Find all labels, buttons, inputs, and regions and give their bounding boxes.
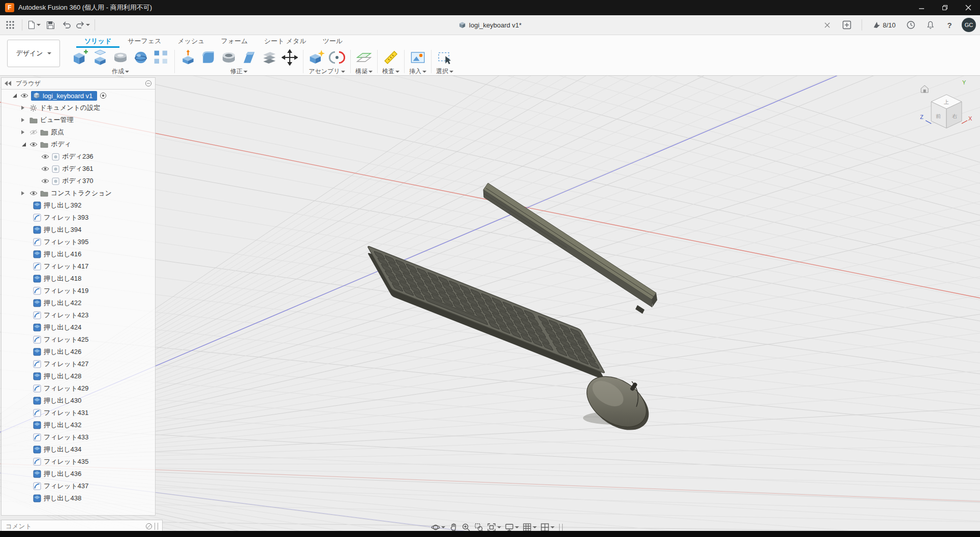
feature-row[interactable]: 押し出し436 <box>2 468 155 480</box>
joint-icon[interactable] <box>328 49 346 66</box>
modify-dropdown[interactable]: 修正 <box>230 67 248 76</box>
feature-row[interactable]: フィレット425 <box>2 334 155 346</box>
extrude-icon[interactable] <box>91 49 109 66</box>
feature-row[interactable]: 押し出し428 <box>2 370 155 382</box>
updates-clock-icon[interactable] <box>904 17 918 33</box>
visibility-eye-icon[interactable] <box>29 142 38 147</box>
drag-handle[interactable] <box>155 523 158 530</box>
ribbon-tab[interactable]: フォーム <box>213 35 256 48</box>
account-avatar[interactable]: GC <box>962 18 976 32</box>
feature-row[interactable]: 押し出し426 <box>2 346 155 358</box>
feature-row[interactable]: フィレット393 <box>2 212 155 224</box>
feature-row[interactable]: 押し出し432 <box>2 419 155 431</box>
new-tab-button[interactable] <box>840 17 854 33</box>
expander-expanded-icon[interactable] <box>21 142 27 146</box>
new-component-icon[interactable] <box>71 49 88 66</box>
visibility-eye-icon[interactable] <box>41 154 49 160</box>
visibility-off-eye-icon[interactable] <box>29 130 38 135</box>
inspect-dropdown[interactable]: 検査 <box>382 67 400 76</box>
browser-node-origin[interactable]: 原点 <box>2 126 155 138</box>
feature-row[interactable]: 押し出し424 <box>2 321 155 334</box>
feature-row[interactable]: フィレット433 <box>2 431 155 443</box>
visibility-eye-icon[interactable] <box>20 93 28 98</box>
expander-collapsed-icon[interactable] <box>21 191 27 195</box>
feature-row[interactable]: フィレット435 <box>2 456 155 468</box>
viewcube-home-icon[interactable] <box>921 85 928 93</box>
fillet-icon[interactable] <box>200 49 217 66</box>
feature-row[interactable]: 押し出し422 <box>2 297 155 309</box>
browser-root-row[interactable]: logi_keyboard v1 <box>2 90 155 102</box>
feature-row[interactable]: 押し出し416 <box>2 248 155 260</box>
selected-root-item[interactable]: logi_keyboard v1 <box>31 91 97 101</box>
visibility-eye-icon[interactable] <box>41 178 49 184</box>
construct-dropdown[interactable]: 構築 <box>355 67 373 76</box>
browser-node-bodies[interactable]: ボディ <box>2 138 155 151</box>
insert-canvas-icon[interactable] <box>409 49 426 66</box>
feature-row[interactable]: 押し出し392 <box>2 199 155 212</box>
feature-row[interactable]: フィレット419 <box>2 285 155 297</box>
browser-header[interactable]: ブラウザ <box>2 78 155 90</box>
sphere-icon[interactable] <box>132 49 149 66</box>
expander-collapsed-icon[interactable] <box>21 130 27 134</box>
insert-dropdown[interactable]: 挿入 <box>409 67 426 76</box>
help-button[interactable]: ? <box>942 17 957 33</box>
mouse-model[interactable] <box>577 366 658 440</box>
workspace-menu-button[interactable]: デザイン <box>7 40 60 67</box>
move-icon[interactable] <box>281 49 298 66</box>
construction-plane-icon[interactable] <box>355 49 373 66</box>
activate-radio-icon[interactable] <box>100 92 107 99</box>
feature-row[interactable]: 押し出し438 <box>2 492 155 504</box>
feature-row[interactable]: フィレット431 <box>2 407 155 419</box>
create-dropdown[interactable]: 作成 <box>112 67 129 76</box>
ribbon-tab[interactable]: シート メタル <box>256 35 315 48</box>
close-tab-icon[interactable] <box>820 17 835 33</box>
ribbon-tab[interactable]: ツール <box>315 35 351 48</box>
visibility-eye-icon[interactable] <box>41 166 49 172</box>
drag-handle[interactable] <box>559 524 563 531</box>
feature-row[interactable]: フィレット437 <box>2 480 155 492</box>
select-dropdown[interactable]: 選択 <box>436 67 453 76</box>
assemble-dropdown[interactable]: アセンブリ <box>309 67 345 76</box>
press-pull-icon[interactable] <box>179 49 197 66</box>
visibility-eye-icon[interactable] <box>29 191 38 196</box>
expander-collapsed-icon[interactable] <box>21 118 27 122</box>
selection-box-icon[interactable] <box>436 49 453 66</box>
job-status-button[interactable]: 8/10 <box>870 19 899 31</box>
notifications-bell-icon[interactable] <box>923 17 937 33</box>
measure-icon[interactable] <box>382 49 400 66</box>
ribbon-tab[interactable]: メッシュ <box>169 35 212 48</box>
ribbon-tab[interactable]: ソリッド <box>76 35 119 48</box>
shell-icon[interactable] <box>220 49 237 66</box>
close-button[interactable] <box>957 0 980 15</box>
document-tab[interactable]: logi_keyboard v1* <box>469 21 522 29</box>
body-row[interactable]: ボディ361 <box>2 163 155 175</box>
browser-node-views[interactable]: ビュー管理 <box>2 114 155 126</box>
restore-button[interactable] <box>933 0 957 15</box>
viewcube[interactable]: 上 前 右 Y X Z <box>920 79 972 128</box>
feature-row[interactable]: 押し出し434 <box>2 443 155 456</box>
panel-options-icon[interactable] <box>145 80 152 87</box>
feature-row[interactable]: フィレット429 <box>2 382 155 395</box>
browser-node-construction[interactable]: コンストラクション <box>2 187 155 199</box>
collapse-panel-icon[interactable] <box>5 81 12 86</box>
expander-collapsed-icon[interactable] <box>21 106 27 110</box>
minimize-button[interactable] <box>910 0 933 15</box>
scale-icon[interactable] <box>261 49 278 66</box>
feature-row[interactable]: フィレット423 <box>2 309 155 321</box>
expander-expanded-icon[interactable] <box>12 94 18 98</box>
revolve-icon[interactable] <box>112 49 129 66</box>
feature-row[interactable]: フィレット417 <box>2 260 155 273</box>
feature-row[interactable]: 押し出し394 <box>2 224 155 236</box>
feature-row[interactable]: フィレット427 <box>2 358 155 370</box>
new-component-star-icon[interactable] <box>308 49 325 66</box>
feature-row[interactable]: 押し出し430 <box>2 395 155 407</box>
browser-node-settings[interactable]: ドキュメントの設定 <box>2 102 155 114</box>
pattern-icon[interactable] <box>152 49 170 66</box>
feature-row[interactable]: フィレット395 <box>2 236 155 248</box>
body-row[interactable]: ボディ370 <box>2 175 155 187</box>
draft-icon[interactable] <box>240 49 258 66</box>
keyboard-model[interactable] <box>367 246 605 380</box>
feature-row[interactable]: 押し出し418 <box>2 273 155 285</box>
ribbon-tab[interactable]: サーフェス <box>119 35 169 48</box>
body-row[interactable]: ボディ236 <box>2 151 155 163</box>
